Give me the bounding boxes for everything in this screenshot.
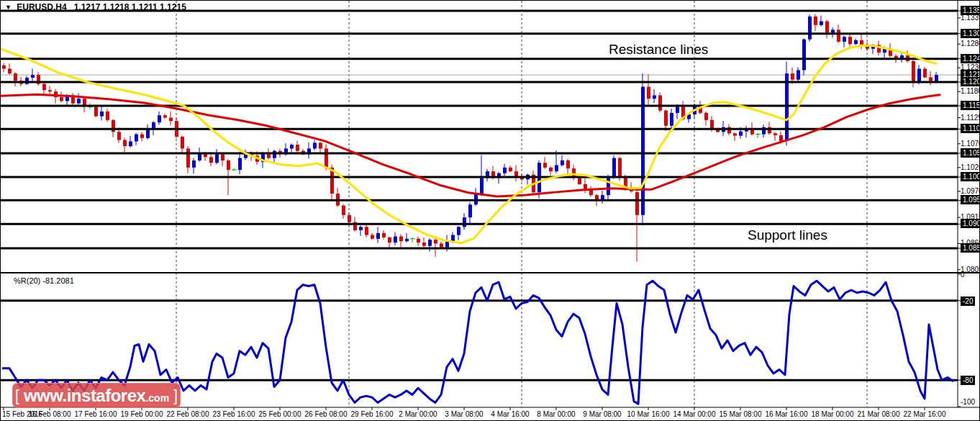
candle-body [325,148,328,167]
candle-body [670,113,673,126]
support-lines-annotation[interactable]: Support lines [748,227,827,243]
candle-body [791,73,794,80]
watermark-url: www.instaforex [24,386,145,406]
candle-body [313,142,317,148]
candle-body [543,163,547,168]
candle-body [422,243,426,246]
time-axis-label: 15 Mar 08:00 [720,410,762,418]
candle-body [785,73,789,140]
candle-body [457,227,460,235]
price-axis-label: 1.1350 [961,6,980,15]
candle-body [733,133,737,135]
candle-body [848,37,852,44]
candle-body [820,22,823,25]
candle-body [480,178,484,194]
candle-body [929,77,933,81]
candle-body [181,137,184,149]
price-axis-label: 1.1150 [961,101,980,110]
candle-body [797,71,800,80]
candle-body [658,95,662,110]
watermark-url-suffix: .com [145,392,169,404]
symbol-name: EURUSD,H4 [17,2,66,12]
time-axis-label: 16 Feb 08:00 [29,410,71,418]
price-axis-label: 1.1180 [961,86,980,96]
candle-body [509,168,512,171]
candle-body [664,111,668,126]
watermark-bracket-right: ] [173,386,178,405]
candle-body [359,227,363,230]
candle-body [192,160,196,168]
candle-body [94,107,98,116]
candle-body [371,235,374,239]
time-axis-label: 10 Mar 16:00 [627,410,670,418]
candle-body [106,112,109,120]
candle-body [238,158,242,171]
candle-body [451,235,455,242]
candle-body [31,75,35,78]
resistance-lines-annotation[interactable]: Resistance lines [609,42,708,58]
candle-body [549,168,553,171]
candle-body [129,142,132,147]
candle-body [273,151,276,158]
candle-body [417,239,420,243]
time-axis-label: 21 Mar 08:00 [858,410,900,418]
indicator-axis-label: -80 [961,376,975,385]
candle-body [42,84,46,91]
candle-body [48,90,52,91]
price-axis-label: 1.1249 [961,54,980,63]
candle-body [140,135,144,138]
candle-body [405,239,409,241]
candle-body [348,215,351,222]
candle-body [100,112,104,117]
time-axis-label: 29 Feb 16:00 [351,410,394,418]
chart-canvas[interactable] [1,1,980,421]
candle-body [814,17,817,25]
candle-body [14,73,17,81]
candle-body [186,148,190,167]
time-axis-label: 14 Mar 00:00 [673,410,716,418]
candle-body [290,145,294,148]
price-axis-label: 1.1020 [961,163,980,172]
candle-body [388,237,391,243]
time-axis-label: 26 Feb 08:00 [305,410,348,418]
quote-values: 1.1217 1.1218 1.1211 1.1215 [74,2,186,12]
candle-body [394,237,397,243]
price-axis-label: 1.1101 [961,124,980,133]
candle-body [612,158,616,177]
indicator-axis-label: -20 [961,296,975,306]
candle-body [60,97,63,101]
candle-body [221,154,224,160]
candle-body [808,17,812,40]
candle-body [319,142,322,148]
candle-body [566,160,570,168]
candle-body [463,217,466,227]
candle-body [158,115,161,122]
candle-body [503,168,507,173]
candle-body [215,154,219,163]
price-axis-label: 1.0951 [961,195,980,204]
time-axis-label: 19 Feb 00:00 [121,410,163,418]
background [1,1,980,421]
candle-body [854,40,858,44]
candle-body [676,107,679,113]
candle-body [163,115,167,117]
time-axis-label: 25 Feb 00:00 [259,410,301,418]
candle-body [382,233,386,237]
price-axis-label: 1.1280 [961,39,980,48]
time-axis-label: 18 Mar 00:00 [812,410,854,418]
candle-body [917,69,921,82]
candle-body [837,30,840,42]
watermark-bracket-left: [ [15,386,19,405]
time-axis-label: 4 Mar 16:00 [491,410,529,418]
time-axis-label: 17 Feb 16:00 [75,410,117,418]
time-axis-label: 3 Mar 08:00 [445,410,483,418]
time-axis-label: 2 Mar 00:00 [399,410,437,418]
indicator-axis-label: -100 [961,397,975,407]
candle-body [802,40,806,71]
candle-body [2,65,6,69]
time-axis-label: 22 Mar 16:00 [904,410,946,418]
candle-body [843,37,846,42]
candle-body [428,240,432,246]
candle-body [468,204,472,217]
candle-body [146,130,150,138]
